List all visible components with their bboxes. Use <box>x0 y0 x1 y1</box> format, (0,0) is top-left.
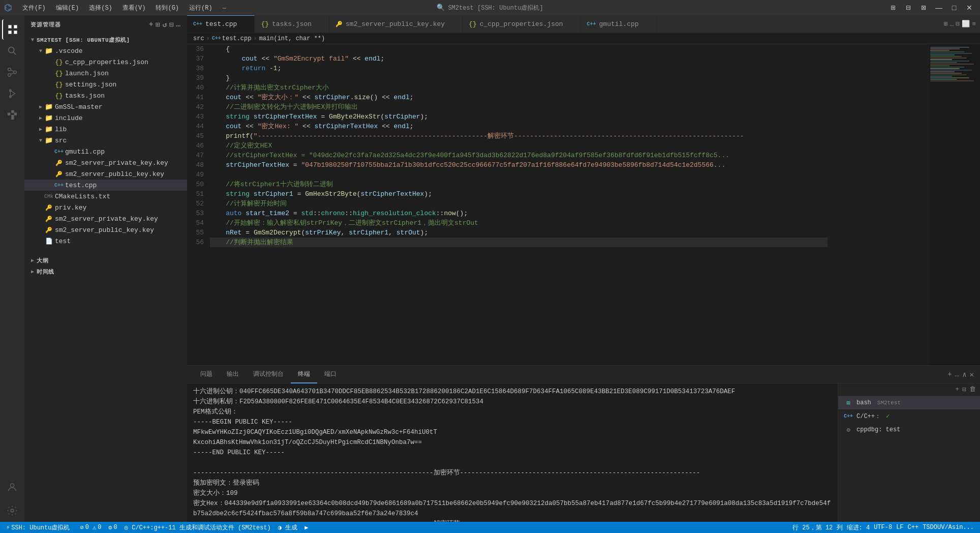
menu-goto[interactable]: 转到(G) <box>151 3 183 13</box>
sidebar-item-vscode[interactable]: ▼ 📁 .vscode <box>24 45 187 56</box>
tabs-bar: C++ test.cpp ✕ {} tasks.json ✕ 🔑 sm2_ser… <box>187 15 980 33</box>
sidebar-item-cmake[interactable]: ▶ CMk CMakeLists.txt <box>24 191 187 202</box>
panel-more-icon[interactable]: … <box>955 370 959 378</box>
tab-sm2-public-key[interactable]: 🔑 sm2_server_public_key.key ✕ <box>329 15 463 33</box>
status-eol[interactable]: LF <box>894 522 905 533</box>
layout-button[interactable]: ⊞ <box>886 3 900 13</box>
new-terminal-icon[interactable]: + <box>947 370 952 378</box>
split-editor-icon[interactable]: ⊞ <box>944 20 948 28</box>
terminal-trash-icon[interactable]: 🗑 <box>969 386 976 394</box>
breadcrumb-src[interactable]: src <box>193 35 204 42</box>
key-icon2: 🔑 <box>55 170 63 178</box>
sidebar-root[interactable]: ▼ SM2TEST [SSH: UBUNTU虚拟机] <box>24 34 187 45</box>
sidebar-item-sm2-pub[interactable]: ▶ 🔑 sm2_server_public_key.key <box>24 168 187 180</box>
sidebar-item-test-cpp[interactable]: ▶ C++ test.cpp <box>24 180 187 191</box>
tab-close-tasks[interactable]: ✕ <box>315 20 323 28</box>
terminal-cpp-check[interactable]: C++ C/C++： ✓ <box>838 409 980 423</box>
menu-select[interactable]: 选择(S) <box>85 3 116 13</box>
status-indent[interactable]: 缩进: 4 <box>845 522 872 533</box>
code-line-41: 41 cout << "密文大小：" << strCipher.size() <… <box>187 93 828 102</box>
tab-close-ccpp[interactable]: ✕ <box>566 20 574 28</box>
breadcrumb-function[interactable]: main(int, char **) <box>259 35 325 42</box>
activity-scm[interactable] <box>2 62 22 82</box>
minimize-button[interactable]: — <box>932 3 945 13</box>
refresh-icon[interactable]: ↺ <box>163 20 167 29</box>
sidebar-item-sm2-server-pub[interactable]: ▶ 🔑 sm2_server_public_key.key <box>24 224 187 235</box>
breadcrumb-file[interactable]: test.cpp <box>222 35 252 42</box>
sidebar-item-gmutil[interactable]: ▶ C++ gmutil.cpp <box>24 146 187 157</box>
status-language[interactable]: C++ <box>906 522 921 533</box>
panel-tabs: 问题 输出 调试控制台 终端 端口 + … ∧ ✕ <box>187 366 980 383</box>
tab-close-sm2key[interactable]: ✕ <box>448 20 456 28</box>
new-file-icon[interactable]: + <box>149 20 154 29</box>
status-build[interactable]: ◑ 生成 <box>276 522 299 533</box>
tab-test-cpp[interactable]: C++ test.cpp ✕ <box>187 15 255 33</box>
panel-tab-output[interactable]: 输出 <box>220 366 246 383</box>
terminal-cppdbg-test[interactable]: ⚙ cppdbg: test <box>838 423 980 436</box>
status-line-col[interactable]: 行 25，第 12 列 <box>790 522 844 533</box>
activity-run[interactable] <box>2 83 22 104</box>
sidebar-item-gmssl[interactable]: ▶ 📁 GmSSL-master <box>24 101 187 112</box>
menu-run[interactable]: 运行(R) <box>185 3 217 13</box>
layout2-button[interactable]: ⊠ <box>917 3 930 13</box>
tab-close-test-cpp[interactable]: ✕ <box>240 20 248 28</box>
activity-search[interactable] <box>2 41 22 61</box>
panel-up-icon[interactable]: ∧ <box>962 370 966 379</box>
status-messages[interactable]: ⚙ 0 <box>106 522 119 533</box>
sidebar-item-test-bin[interactable]: ▶ 📄 test <box>24 235 187 247</box>
terminal-bash-sm2test[interactable]: ⊞ bash SM2test <box>838 396 980 409</box>
new-folder-icon[interactable]: ⊞ <box>156 20 160 29</box>
terminal-split-icon[interactable]: ⊟ <box>962 386 966 394</box>
activity-account[interactable] <box>2 477 22 497</box>
terminal-new-icon[interactable]: + <box>955 386 959 394</box>
sidebar-item-sm2-server-priv[interactable]: ▶ 🔑 sm2_server_private_key.key <box>24 213 187 224</box>
activity-explorer[interactable] <box>2 19 22 40</box>
layout-icon[interactable]: ⊟ <box>956 20 960 28</box>
terminal-content[interactable]: 十六进制公钥：040FFC665DE340A643701B3470DDCF85E… <box>187 383 838 523</box>
sidebar-item-c-cpp[interactable]: ▶ {} c_cpp_properties.json <box>24 56 187 68</box>
tab-tasks-json[interactable]: {} tasks.json ✕ <box>255 15 329 33</box>
panel-tab-debug-console[interactable]: 调试控制台 <box>246 366 291 383</box>
sidebar-item-settings[interactable]: ▶ {} settings.json <box>24 79 187 90</box>
sidebar-item-sm2-priv[interactable]: ▶ 🔑 sm2_server_private_key.key <box>24 157 187 168</box>
tab-gmutil-cpp[interactable]: C++ gmutil.cpp ✕ <box>581 15 657 33</box>
tab-c-cpp-properties[interactable]: {} c_cpp_properties.json ✕ <box>463 15 580 33</box>
sidebar-outline[interactable]: ▶ 大纲 <box>24 255 187 266</box>
status-encoding[interactable]: UTF-8 <box>872 522 894 533</box>
status-ssh[interactable]: ⚡ SSH: Ubuntu虚拟机 <box>4 522 72 533</box>
status-run[interactable]: ▶ <box>302 522 310 533</box>
activity-extensions[interactable] <box>2 105 22 125</box>
cppdbg-label: cppdbg: test <box>856 426 900 433</box>
close-button[interactable]: ✕ <box>963 3 976 13</box>
more-actions-icon[interactable]: … <box>950 20 954 28</box>
more-icon[interactable]: … <box>176 20 181 29</box>
tab-close-gmutil[interactable]: ✕ <box>642 20 650 28</box>
sidebar-item-launch[interactable]: ▶ {} launch.json <box>24 68 187 79</box>
more-icon2[interactable]: ≡ <box>972 20 976 28</box>
panel-tab-terminal[interactable]: 终端 <box>291 366 317 383</box>
sidebar-item-priv-key[interactable]: ▶ 🔑 priv.key <box>24 202 187 213</box>
sidebar-item-include[interactable]: ▶ 📁 include <box>24 112 187 124</box>
editor[interactable]: 36 { 37 cout << "GmSm2Encrypt fail" << e… <box>187 44 828 365</box>
activity-settings[interactable] <box>2 500 22 521</box>
fullscreen-icon[interactable]: ⬜ <box>962 20 970 28</box>
status-notifications[interactable]: TSDOUV/Asin... <box>921 522 976 533</box>
menu-more[interactable]: … <box>219 3 230 13</box>
sidebar-item-lib[interactable]: ▶ 📁 lib <box>24 124 187 135</box>
indent-label: 缩进: 4 <box>847 523 870 532</box>
collapse-icon[interactable]: ⊟ <box>169 20 174 29</box>
sidebar-timeline[interactable]: ▶ 时间线 <box>24 266 187 277</box>
status-compiler[interactable]: ◎ C/C++:g++-11 生成和调试活动文件 (SM2test) <box>122 522 273 533</box>
sidebar-item-src[interactable]: ▼ 📁 src <box>24 135 187 146</box>
menu-edit[interactable]: 编辑(E) <box>52 3 83 13</box>
panel-tab-problems[interactable]: 问题 <box>193 366 220 383</box>
menu-file[interactable]: 文件(F) <box>18 3 50 13</box>
sidebar-item-tasks[interactable]: ▶ {} tasks.json <box>24 90 187 101</box>
panel-close-icon[interactable]: ✕ <box>970 370 974 379</box>
panel-tab-ports[interactable]: 端口 <box>317 366 344 383</box>
split-button[interactable]: ⊟ <box>902 3 915 13</box>
menu-view[interactable]: 查看(V) <box>118 3 150 13</box>
status-errors[interactable]: ⊘ 0 ⚠ 0 <box>78 522 103 533</box>
maximize-button[interactable]: □ <box>947 3 961 13</box>
include-folder-icon: 📁 <box>45 114 53 122</box>
